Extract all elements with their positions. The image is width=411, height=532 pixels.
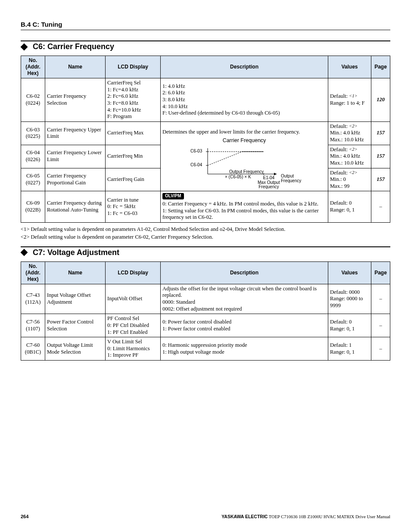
table-header-row: No. (Addr. Hex) Name LCD Display Descrip… — [21, 261, 390, 284]
th-name: Name — [45, 56, 106, 78]
mode-pill: OLV/PM — [162, 193, 184, 199]
cell-lcd: V Out Limit Sel 0: Limit Harmonics 1: Im… — [106, 337, 161, 361]
cell-no: C6-05 (0227) — [21, 168, 45, 191]
cell-name: Input Voltage Offset Adjustment — [45, 284, 106, 314]
section-title-text: C6: Carrier Frequency — [33, 42, 114, 51]
cell-desc: 1: 4.0 kHz 2: 6.0 kHz 3: 8.0 kHz 4: 10.0… — [161, 78, 328, 122]
diamond-icon — [21, 43, 28, 50]
table-row: C7-43 (112A) Input Voltage Offset Adjust… — [21, 284, 390, 314]
th-no: No. (Addr. Hex) — [21, 56, 45, 78]
cell-lcd: CarrierFreq Sel 1: Fc=4.0 kHz 2: Fc=6.0 … — [106, 78, 161, 122]
cell-lcd: CarrierFreq Min — [106, 145, 161, 168]
cell-no: C6-03 (0225) — [21, 121, 45, 145]
diagram: C6-03 C6-04 Output Frequency × (C6-05) ×… — [177, 144, 311, 185]
cell-name: Carrier Frequency during Rotational Auto… — [45, 191, 106, 222]
cell-page: – — [371, 191, 390, 222]
cell-no: C6-09 (022B) — [21, 191, 45, 222]
cell-val: Default: <1> Range: 1 to 4; F — [328, 78, 371, 122]
cell-lcd: Carrier in tune 0: Fc = 5kHz 1: Fc = C6-… — [106, 191, 161, 222]
footnotes-c6: <1> Default setting value is dependent o… — [21, 226, 390, 240]
cell-page[interactable]: 157 — [371, 168, 390, 191]
th-desc: Description — [161, 261, 328, 284]
th-val: Values — [328, 56, 371, 78]
diamond-icon — [21, 249, 28, 256]
table-row: C6-02 (0224) Carrier Frequency Selection… — [21, 78, 390, 122]
table-row: C7-60 (0B1C) Output Voltage Limit Mode S… — [21, 337, 390, 361]
diag-c603: C6-03 — [190, 149, 202, 154]
cell-page[interactable]: 157 — [371, 121, 390, 145]
diag-gain: × (C6-05) × K — [225, 175, 251, 180]
cell-desc-diagram: Determines the upper and lower limits fo… — [161, 121, 328, 191]
footnote: <1> Default setting value is dependent o… — [21, 226, 390, 233]
cell-name: Carrier Frequency Selection — [45, 78, 106, 122]
cell-no: C7-43 (112A) — [21, 284, 45, 314]
cell-desc: Adjusts the offset for the input voltage… — [161, 284, 328, 314]
cell-val: Default: 0 Range: 0, 1 — [328, 314, 371, 337]
diag-e104: E1-04 Max Output Frequency — [258, 176, 280, 190]
cell-lcd: CarrierFreq Max — [106, 121, 161, 145]
cell-lcd: PF Control Sel 0: PF Ctrl Disabled 1: PF… — [106, 314, 161, 337]
cell-page: – — [371, 337, 390, 361]
th-page: Page — [371, 56, 390, 78]
diagram-intro: Determines the upper and lower limits fo… — [162, 129, 326, 136]
cell-page[interactable]: 157 — [371, 145, 390, 168]
table-header-row: No. (Addr. Hex) Name LCD Display Descrip… — [21, 56, 390, 78]
diag-c604: C6-04 — [190, 163, 202, 168]
cell-lcd: CarrierFreq Gain — [106, 168, 161, 191]
cell-page: – — [371, 314, 390, 337]
th-val: Values — [328, 261, 371, 284]
cell-val: Default: <2> Min.: 0 Max.: 99 — [328, 168, 371, 191]
cell-no: C6-02 (0224) — [21, 78, 45, 122]
cell-page: – — [371, 284, 390, 314]
breadcrumb: B.4 C: Tuning — [21, 21, 390, 30]
table-c7: No. (Addr. Hex) Name LCD Display Descrip… — [21, 261, 390, 361]
footnote: <2> Default setting value is dependent o… — [21, 234, 390, 240]
section-title-c7: C7: Voltage Adjustment — [21, 246, 390, 259]
cell-val: Default: 1 Range: 0, 1 — [328, 337, 371, 361]
cell-no: C7-60 (0B1C) — [21, 337, 45, 361]
cell-desc: 0: Harmonic suppression priority mode 1:… — [161, 337, 328, 361]
cell-no: C7-56 (1107) — [21, 314, 45, 337]
th-desc: Description — [161, 56, 328, 78]
section-title-text: C7: Voltage Adjustment — [33, 248, 119, 257]
cell-desc: OLV/PM 0: Carrier Frequency = 4 kHz. In … — [161, 191, 328, 222]
page-number: 264 — [21, 514, 28, 519]
table-row: C7-56 (1107) Power Factor Control Select… — [21, 314, 390, 337]
page-footer: 264 YASKAWA ELECTRIC TOEP C710636 10B Z1… — [21, 514, 390, 519]
th-no: No. (Addr. Hex) — [21, 261, 45, 284]
table-row: C6-03 (0225) Carrier Frequency Upper Lim… — [21, 121, 390, 145]
table-row: C6-09 (022B) Carrier Frequency during Ro… — [21, 191, 390, 222]
cell-name: Output Voltage Limit Mode Selection — [45, 337, 106, 361]
th-page: Page — [371, 261, 390, 284]
cell-name: Carrier Frequency Proportional Gain — [45, 168, 106, 191]
cell-no: C6-04 (0226) — [21, 145, 45, 168]
cell-val: Default: 0000 Range: 0000 to 9999 — [328, 284, 371, 314]
cell-name: Carrier Frequency Lower Limit — [45, 145, 106, 168]
cell-val: Default: <2> Min.: 4.0 kHz Max.: 10.0 kH… — [328, 145, 371, 168]
cell-name: Carrier Frequency Upper Limit — [45, 121, 106, 145]
cell-lcd: InputVolt Offset — [106, 284, 161, 314]
th-lcd: LCD Display — [106, 56, 161, 78]
manual-title: YASKAWA ELECTRIC TOEP C710636 10B Z1000U… — [221, 514, 390, 519]
diag-xaxis: Output Frequency — [229, 170, 264, 174]
th-lcd: LCD Display — [106, 261, 161, 284]
svg-line-4 — [208, 152, 242, 165]
cell-name: Power Factor Control Selection — [45, 314, 106, 337]
cell-desc: 0: Power factor control disabled 1: Powe… — [161, 314, 328, 337]
cell-page[interactable]: 120 — [371, 78, 390, 122]
diagram-yaxis: Carrier Frequency — [162, 137, 326, 144]
cell-val: Default: 0 Range: 0, 1 — [328, 191, 371, 222]
th-name: Name — [45, 261, 106, 284]
diag-outfreq: Output Frequency — [281, 174, 301, 183]
cell-val: Default: <2> Min.: 4.0 kHz Max.: 10.0 kH… — [328, 121, 371, 145]
section-title-c6: C6: Carrier Frequency — [21, 40, 390, 53]
table-c6: No. (Addr. Hex) Name LCD Display Descrip… — [21, 56, 390, 223]
